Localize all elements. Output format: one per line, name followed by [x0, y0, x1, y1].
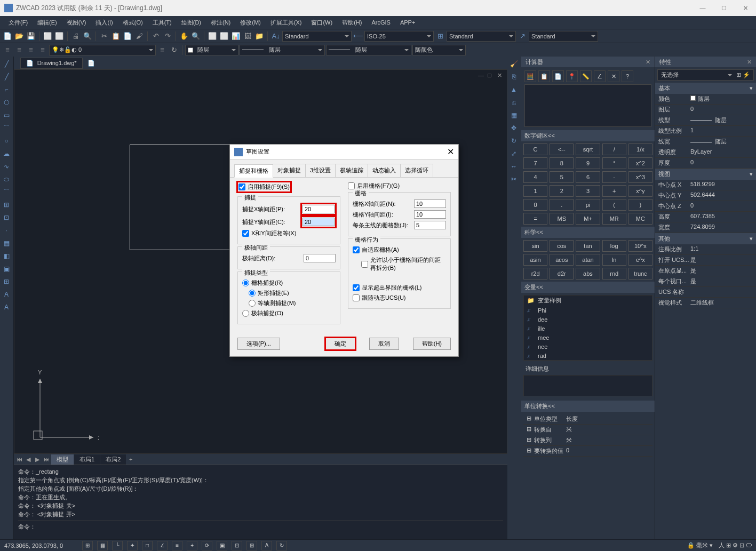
- var-item[interactable]: 𝑥dee: [524, 315, 652, 324]
- table-style-icon[interactable]: ⊞: [435, 31, 445, 42]
- tool-icon[interactable]: ⬜: [54, 31, 65, 42]
- calc-key[interactable]: pi: [576, 199, 600, 211]
- tool-icon[interactable]: ⬜: [207, 31, 218, 42]
- prop-row[interactable]: 线宽随层: [655, 137, 756, 147]
- calc-tool-icon[interactable]: 📄: [552, 70, 564, 82]
- menu-format[interactable]: 格式(O): [118, 18, 147, 28]
- lwt-toggle[interactable]: ≡: [172, 541, 182, 550]
- calc-key[interactable]: 7: [523, 157, 547, 169]
- status-toggle[interactable]: ↻: [276, 541, 287, 550]
- tabs-last[interactable]: ⏭: [42, 455, 51, 464]
- polar-snap-radio[interactable]: [242, 310, 249, 317]
- var-item[interactable]: 𝑥nee: [524, 342, 652, 351]
- prop-row[interactable]: 高度607.7385: [655, 212, 756, 222]
- tab-osnap[interactable]: 对象捕捉: [273, 164, 306, 177]
- prop-row[interactable]: 打开 UCS...是: [655, 255, 756, 266]
- status-toggle[interactable]: ⊡: [232, 541, 242, 550]
- ok-button[interactable]: 确定: [325, 338, 355, 350]
- offset-icon[interactable]: ⎌: [508, 97, 519, 108]
- sci-key[interactable]: asin: [523, 254, 547, 266]
- erase-icon[interactable]: 🧹: [508, 59, 519, 69]
- sci-key[interactable]: sin: [523, 240, 547, 252]
- sci-key[interactable]: cos: [550, 240, 574, 252]
- var-item[interactable]: 𝑥Phi: [524, 306, 652, 315]
- menu-app[interactable]: APP+: [396, 18, 419, 27]
- revcloud-icon[interactable]: ☁: [1, 148, 12, 159]
- calc-key[interactable]: 6: [576, 171, 600, 183]
- status-icons[interactable]: 人 ⊞ ⚙ ⊡ 🖵: [717, 541, 752, 549]
- menu-window[interactable]: 窗口(W): [307, 18, 337, 28]
- calc-section-numpad[interactable]: 数字键区<<: [521, 130, 655, 141]
- menu-xtools[interactable]: 扩展工具(X): [266, 18, 306, 28]
- layer-icon[interactable]: ↻: [169, 45, 179, 55]
- calc-key[interactable]: *: [602, 157, 626, 169]
- paste-icon[interactable]: 📄: [122, 31, 133, 42]
- sci-key[interactable]: e^x: [628, 254, 652, 266]
- preview-icon[interactable]: 🔍: [82, 31, 93, 42]
- calc-key[interactable]: MR: [602, 213, 626, 225]
- prop-row[interactable]: 线型比例1: [655, 126, 756, 137]
- options-button[interactable]: 选项(P)...: [237, 338, 280, 350]
- polygon-icon[interactable]: ⬡: [1, 97, 12, 108]
- calc-key[interactable]: =: [523, 213, 547, 225]
- print-icon[interactable]: 🖨: [70, 31, 81, 42]
- dialog-close-icon[interactable]: ✕: [447, 147, 454, 157]
- add-layout[interactable]: +: [126, 455, 135, 464]
- line-icon[interactable]: ╱: [1, 59, 12, 69]
- status-toggle[interactable]: ▣: [217, 541, 227, 550]
- var-item[interactable]: 𝑥mee: [524, 333, 652, 342]
- file-tab-active[interactable]: 📄 Drawing1.dwg*: [20, 58, 83, 69]
- prop-row[interactable]: UCS 名称: [655, 287, 756, 298]
- layer-combo[interactable]: 💡❄🔓◐ 0: [49, 45, 156, 55]
- sci-key[interactable]: acos: [550, 254, 574, 266]
- gradient-icon[interactable]: ◧: [1, 251, 12, 261]
- point-icon[interactable]: ∙: [1, 225, 12, 236]
- copy-icon[interactable]: 📋: [110, 31, 121, 42]
- lineweight-combo[interactable]: 随层: [326, 45, 411, 55]
- props-section-other[interactable]: 其他▾: [655, 233, 756, 244]
- tab-dyn[interactable]: 动态输入: [368, 164, 401, 177]
- arc-icon[interactable]: ⌒: [1, 123, 12, 133]
- save-icon[interactable]: 💾: [26, 31, 36, 42]
- calc-key[interactable]: 0: [523, 199, 547, 211]
- sci-key[interactable]: tan: [576, 240, 600, 252]
- prop-row[interactable]: 每个视口...是: [655, 276, 756, 287]
- grid-toggle[interactable]: ▦: [97, 541, 108, 550]
- prop-row[interactable]: 线型随层: [655, 115, 756, 126]
- tab-3d[interactable]: 3维设置: [305, 164, 336, 177]
- prop-row[interactable]: 厚度0: [655, 158, 756, 169]
- panel-close-icon[interactable]: ✕: [747, 59, 752, 66]
- polar-toggle[interactable]: ✦: [127, 541, 138, 550]
- snap-y-input[interactable]: [303, 218, 335, 226]
- snap-x-input[interactable]: [303, 205, 335, 213]
- tool-icon[interactable]: 🖼: [242, 31, 253, 42]
- menu-arcgis[interactable]: ArcGIS: [367, 18, 394, 27]
- canvas-maximize[interactable]: □: [488, 72, 495, 78]
- calc-key[interactable]: sqrt: [576, 143, 600, 155]
- new-icon[interactable]: 📄: [2, 31, 13, 42]
- rotate-icon[interactable]: ↻: [508, 135, 519, 146]
- tab-layout1[interactable]: 布局1: [74, 454, 100, 465]
- help-button[interactable]: 帮助(H): [413, 338, 451, 350]
- prop-row[interactable]: 图层0: [655, 105, 756, 115]
- calc-tool-icon[interactable]: 📍: [566, 70, 578, 82]
- ellipse-icon[interactable]: ⬭: [1, 174, 12, 185]
- tool-icon[interactable]: 📊: [230, 31, 241, 42]
- grid-x-input[interactable]: [414, 199, 446, 208]
- props-section-basic[interactable]: 基本▾: [655, 83, 756, 94]
- calc-key[interactable]: -: [602, 171, 626, 183]
- calc-key[interactable]: (: [602, 199, 626, 211]
- menu-help[interactable]: 帮助(H): [338, 18, 366, 28]
- calc-section-vars[interactable]: 变量<<: [521, 282, 655, 293]
- sci-key[interactable]: log: [602, 240, 626, 252]
- cancel-button[interactable]: 取消: [369, 338, 399, 350]
- region-icon[interactable]: ▣: [1, 263, 12, 274]
- tab-cycle[interactable]: 选择循环: [400, 164, 433, 177]
- calc-tool-icon[interactable]: ✕: [608, 70, 619, 82]
- calc-key[interactable]: MC: [628, 213, 652, 225]
- plotstyle-combo[interactable]: 随颜色: [412, 45, 466, 55]
- calc-key[interactable]: 8: [550, 157, 574, 169]
- props-section-view[interactable]: 视图▾: [655, 169, 756, 180]
- mleader-style-combo[interactable]: Standard: [529, 31, 598, 42]
- tabs-first[interactable]: ⏮: [15, 455, 23, 464]
